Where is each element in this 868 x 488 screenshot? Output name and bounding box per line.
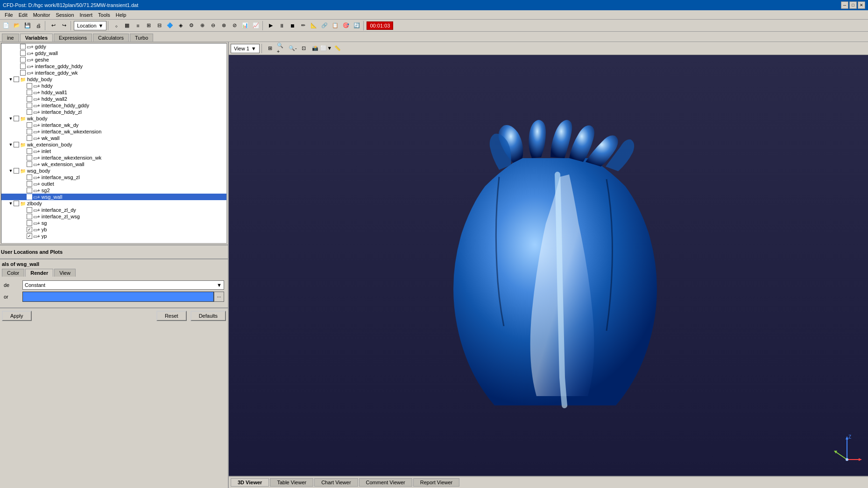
checkbox-iface-wk-dy[interactable] <box>27 122 32 128</box>
menu-insert[interactable]: Insert <box>77 11 96 19</box>
menu-session[interactable]: Session <box>53 11 77 19</box>
tb-icon-i[interactable]: ⊕ <box>197 21 207 31</box>
viewer-tab-comment[interactable]: Comment Viewer <box>359 478 412 487</box>
checkbox-iface-wk-wkext[interactable] <box>27 129 32 134</box>
tree-item-wsg-wall[interactable]: ▭+ wsg_wall <box>1 194 226 200</box>
checkbox-iface-gddy-wk[interactable] <box>20 70 26 76</box>
expander-yb[interactable] <box>21 227 27 232</box>
view-rules-button[interactable]: 📏 <box>332 43 343 54</box>
tree-item-hddy[interactable]: ▭+ hddy <box>1 83 226 89</box>
expander-wk-body[interactable]: ▼ <box>8 116 14 121</box>
expander-yp[interactable] <box>21 233 27 239</box>
tb-icon-j[interactable]: ⊖ <box>208 21 218 31</box>
tree-item-gddy[interactable]: ▭+ gddy <box>1 43 226 50</box>
window-controls[interactable]: ─ □ ✕ <box>841 1 865 9</box>
mode-select[interactable]: Constant ▼ <box>22 280 224 290</box>
tb-icon-w[interactable]: 🔄 <box>352 21 362 31</box>
tab-calculators[interactable]: Calculators <box>93 34 129 42</box>
expander-wsg-wall[interactable] <box>21 194 27 200</box>
tree-item-gddy-wall[interactable]: ▭+ gddy_wall <box>1 50 226 56</box>
checkbox-iface-wkext-wk[interactable] <box>27 155 32 160</box>
checkbox-iface-hddy-gddy[interactable] <box>27 103 32 108</box>
menu-help[interactable]: Help <box>113 11 129 19</box>
checkbox-gddy[interactable] <box>20 44 26 49</box>
viewer-tab-chart[interactable]: Chart Viewer <box>314 478 358 487</box>
checkbox-wkext-wall[interactable] <box>27 161 32 167</box>
checkbox-inlet[interactable] <box>27 148 32 154</box>
expander-hddy-body[interactable]: ▼ <box>8 77 14 82</box>
expander-iface-gddy-wk[interactable] <box>14 70 20 76</box>
tree-item-inlet[interactable]: ▭+ inlet <box>1 148 226 154</box>
3d-canvas[interactable]: Z <box>229 55 868 476</box>
tree-item-iface-wsg-zl[interactable]: ▭+ interface_wsg_zl <box>1 174 226 181</box>
tb-icon-n[interactable]: 📈 <box>251 21 261 31</box>
defaults-button[interactable]: Defaults <box>191 311 226 321</box>
tree-item-iface-wkext-wk[interactable]: ▭+ interface_wkextension_wk <box>1 154 226 161</box>
checkbox-outlet[interactable] <box>27 181 32 187</box>
expander-iface-wkext-wk[interactable] <box>21 155 27 160</box>
view-zoom-box-button[interactable]: ⊡ <box>299 43 309 54</box>
expander-iface-hddy-gddy[interactable] <box>21 103 27 108</box>
view-fit-button[interactable]: ⊞ <box>265 43 275 54</box>
expander-iface-zl-wsg[interactable] <box>21 214 27 219</box>
tb-icon-p[interactable]: ⏸ <box>276 21 287 31</box>
menu-file[interactable]: File <box>2 11 16 19</box>
minimize-button[interactable]: ─ <box>841 1 848 9</box>
tb-icon-v[interactable]: 🎯 <box>341 21 351 31</box>
details-tab-render[interactable]: Render <box>25 269 53 277</box>
checkbox-hddy-wall1[interactable] <box>27 90 32 95</box>
tree-item-iface-zl-wsg[interactable]: ▭+ interface_zl_wsg <box>1 213 226 220</box>
tree-item-iface-gddy-wk[interactable]: ▭+ interface_gddy_wk <box>1 70 226 76</box>
expander-gddy-wall[interactable] <box>14 50 20 56</box>
checkbox-iface-zl-wsg[interactable] <box>27 214 32 219</box>
expander-wkext-wall[interactable] <box>21 161 27 167</box>
tree-item-wkext-wall[interactable]: ▭+ wk_extension_wall <box>1 161 226 167</box>
expander-zlbody[interactable]: ▼ <box>8 201 14 206</box>
checkbox-gddy-wall[interactable] <box>20 50 26 56</box>
color-swatch[interactable] <box>22 292 214 302</box>
checkbox-wk-wall[interactable] <box>27 135 32 141</box>
tb-icon-u[interactable]: 📋 <box>330 21 340 31</box>
expander-sg[interactable] <box>21 220 27 226</box>
expander-geshe[interactable] <box>14 57 20 63</box>
tb-icon-s[interactable]: 📐 <box>309 21 319 31</box>
checkbox-wk-body[interactable] <box>14 116 19 121</box>
expander-wk-wall[interactable] <box>21 135 27 141</box>
expander-outlet[interactable] <box>21 181 27 187</box>
tree-item-iface-zl-dy[interactable]: ▭+ interface_zl_dy <box>1 207 226 213</box>
tree-item-sg[interactable]: ▭+ sg <box>1 220 226 226</box>
tree-item-geshe[interactable]: ▭+ geshe <box>1 56 226 63</box>
expander-iface-wsg-zl[interactable] <box>21 174 27 180</box>
tb-icon-b[interactable]: ▦ <box>122 21 132 31</box>
tab-expressions[interactable]: Expressions <box>54 34 92 42</box>
view-mode-button[interactable]: ⬜▼ <box>321 43 332 54</box>
view-zoom-in-button[interactable]: 🔍+ <box>276 43 287 54</box>
color-picker-button[interactable]: ··· <box>214 292 224 302</box>
view-selector[interactable]: View 1 ▼ <box>231 44 260 53</box>
checkbox-wsg-wall[interactable] <box>27 194 32 200</box>
tb-icon-k[interactable]: ⊗ <box>219 21 229 31</box>
checkbox-geshe[interactable] <box>20 57 26 63</box>
tree-item-yp[interactable]: ▭+ yp <box>1 233 226 239</box>
expander-hddy-wall2[interactable] <box>21 96 27 102</box>
tab-ine[interactable]: ine <box>2 34 19 42</box>
menu-monitor[interactable]: Monitor <box>30 11 53 19</box>
apply-button[interactable]: Apply <box>2 311 32 321</box>
tb-icon-q[interactable]: ⏹ <box>287 21 297 31</box>
expander-iface-hddy-zl[interactable] <box>21 109 27 115</box>
tree-item-hddy-wall1[interactable]: ▭+ hddy_wall1 <box>1 89 226 96</box>
viewer-tab-report[interactable]: Report Viewer <box>413 478 460 487</box>
expander-iface-wk-dy[interactable] <box>21 122 27 128</box>
redo-button[interactable]: ↪ <box>59 21 69 31</box>
tb-icon-t[interactable]: 🔗 <box>319 21 330 31</box>
tb-icon-l[interactable]: ⊘ <box>229 21 240 31</box>
checkbox-yb[interactable] <box>27 227 32 232</box>
reset-button[interactable]: Reset <box>156 311 187 321</box>
details-tab-color[interactable]: Color <box>2 269 24 277</box>
view-screenshot-button[interactable]: 📸 <box>310 43 320 54</box>
checkbox-iface-wsg-zl[interactable] <box>27 174 32 180</box>
save-button[interactable]: 💾 <box>22 21 33 31</box>
tb-icon-r[interactable]: ✏ <box>298 21 308 31</box>
expander-wkext-body[interactable]: ▼ <box>8 142 14 147</box>
checkbox-hddy-wall2[interactable] <box>27 96 32 102</box>
